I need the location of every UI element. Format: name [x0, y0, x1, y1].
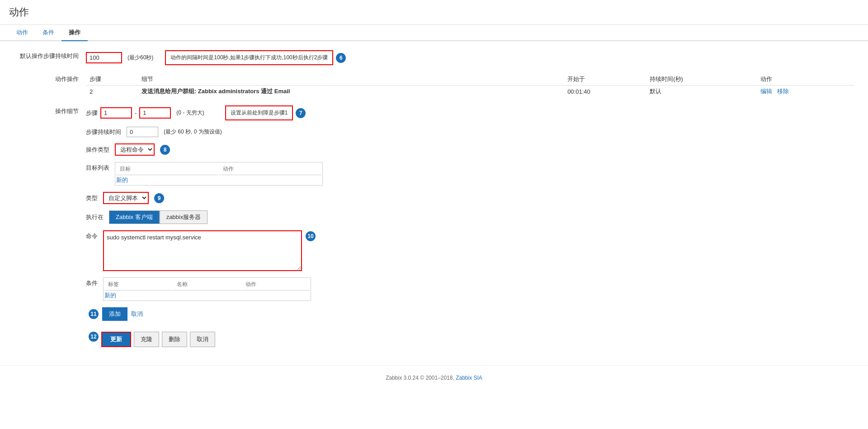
operation-detail-label: 操作细节 [14, 105, 86, 115]
command-area-wrapper: sudo systemctl restart mysql.service 10 [103, 230, 316, 271]
row-step: 2 [86, 86, 138, 98]
default-duration-value: (最少60秒) 动作的间隔时间是100秒,如果1步骤执行下成功,100秒后执行2… [86, 50, 854, 65]
type2-label: 类型 [86, 194, 98, 202]
edit-link[interactable]: 编辑 [760, 88, 772, 95]
default-duration-callout: 动作的间隔时间是100秒,如果1步骤执行下成功,100秒后执行2步骤 [165, 50, 333, 65]
command-textarea[interactable]: sudo systemctl restart mysql.service [103, 230, 302, 271]
conditions-row: 条件 标签 名称 动作 新的 [86, 277, 311, 301]
bottom-buttons: 12 更新 克隆 删除 取消 [14, 332, 854, 347]
cond-col-tag: 标签 [104, 279, 172, 291]
table-row: 2 发送消息给用户群组: Zabbix administrators 通过 Em… [86, 86, 854, 98]
operation-detail-content: 步骤 - (0 - 无穷大) 设置从前处到障是步骤1 7 步骤持续时间 (最少 … [86, 105, 854, 321]
execute-buttons: Zabbix 客户端 zabbix服务器 [109, 210, 208, 224]
tab-conditions[interactable]: 条件 [35, 25, 61, 41]
execute-row: 执行在 Zabbix 客户端 zabbix服务器 [86, 210, 208, 224]
action-operations-table: 步骤 细节 开始于 持续时间(秒) 动作 2 发送消息给用户群组: Zabbix… [86, 73, 854, 97]
row-actions: 编辑 移除 [757, 86, 854, 98]
footer: Zabbix 3.0.24 © 2001–2018, Zabbix SIA [0, 365, 868, 390]
execute-server-btn[interactable]: zabbix服务器 [160, 210, 208, 224]
step-duration-row: 步骤持续时间 (最少 60 秒, 0 为预设值) [86, 127, 222, 137]
target-new-link[interactable]: 新的 [116, 176, 128, 183]
default-duration-badge: 6 [336, 53, 346, 63]
clone-button[interactable]: 克隆 [134, 332, 159, 347]
duration-label: 步骤持续时间 [86, 128, 121, 136]
col-step: 步骤 [86, 73, 138, 86]
default-duration-hint: (最少60秒) [127, 54, 153, 62]
tab-actions[interactable]: 动作 [9, 25, 35, 41]
row-duration: 默认 [646, 86, 757, 98]
execute-client-btn[interactable]: Zabbix 客户端 [109, 210, 160, 224]
execute-label: 执行在 [86, 213, 104, 221]
default-duration-label: 默认操作步骤持续时间 [14, 50, 86, 60]
type-label: 操作类型 [86, 146, 109, 154]
row-start: 00:01:40 [564, 86, 646, 98]
type-select[interactable]: 远程命令 [115, 143, 155, 156]
target-list-row: 目标列表 目标 动作 新的 [86, 162, 323, 186]
cancel-link[interactable]: 取消 [131, 310, 143, 318]
footer-text: Zabbix 3.0.24 © 2001–2018, [386, 375, 454, 381]
add-button[interactable]: 添加 [102, 307, 127, 321]
duration-hint: (最少 60 秒, 0 为预设值) [164, 128, 222, 136]
add-cancel-row: 11 添加 取消 [86, 307, 143, 321]
step-hint: (0 - 无穷大) [176, 109, 204, 117]
target-col-target: 目标 [116, 163, 218, 175]
operation-detail-row: 操作细节 步骤 - (0 - 无穷大) 设置从前处到障是步骤1 7 步骤持续时间… [14, 105, 854, 321]
conditions-table: 标签 名称 动作 新的 [103, 277, 311, 301]
footer-link[interactable]: Zabbix SIA [456, 375, 482, 381]
step-label: 步骤 [86, 109, 98, 117]
command-row: 命令 sudo systemctl restart mysql.service … [86, 230, 316, 271]
target-new-row: 新的 [116, 176, 321, 184]
default-duration-input[interactable] [86, 52, 122, 63]
operation-type-row: 操作类型 远程命令 8 [86, 143, 170, 156]
target-table: 目标 动作 新的 [115, 162, 323, 186]
type2-select[interactable]: 自定义脚本 [103, 192, 149, 204]
action-operations-row: 动作操作 步骤 细节 开始于 持续时间(秒) 动作 2 发送消息给用户群组: Z… [14, 73, 854, 97]
command-badge: 10 [306, 231, 316, 241]
default-duration-row: 默认操作步骤持续时间 (最少60秒) 动作的间隔时间是100秒,如果1步骤执行下… [14, 50, 854, 65]
add-badge: 11 [89, 309, 99, 319]
step-duration-input[interactable] [127, 127, 158, 137]
remove-link[interactable]: 移除 [777, 88, 789, 95]
row-detail: 发送消息给用户群组: Zabbix administrators 通过 Emai… [138, 86, 564, 98]
cond-col-action: 动作 [242, 279, 310, 291]
type2-badge: 9 [154, 193, 164, 203]
target-label: 目标列表 [86, 162, 109, 172]
step-to-input[interactable] [139, 107, 171, 119]
cond-new-row: 新的 [104, 291, 310, 300]
col-duration: 持续时间(秒) [646, 73, 757, 86]
cond-col-name: 名称 [173, 279, 241, 291]
delete-button[interactable]: 删除 [162, 332, 187, 347]
update-badge: 12 [89, 332, 99, 342]
target-new-cell: 新的 [116, 176, 321, 184]
cancel-button[interactable]: 取消 [190, 332, 215, 347]
type2-row: 类型 自定义脚本 9 [86, 192, 164, 204]
col-detail: 细节 [138, 73, 564, 86]
tab-operations[interactable]: 操作 [61, 25, 88, 41]
cond-new-link[interactable]: 新的 [104, 292, 116, 299]
tabs-container: 动作 条件 操作 [0, 25, 868, 41]
step-badge: 7 [296, 108, 306, 118]
col-action: 动作 [757, 73, 854, 86]
action-operations-label: 动作操作 [14, 73, 86, 83]
step-dash: - [135, 110, 137, 116]
command-label: 命令 [86, 230, 98, 240]
steps-row: 步骤 - (0 - 无穷大) 设置从前处到障是步骤1 7 [86, 105, 306, 120]
action-operations-value: 步骤 细节 开始于 持续时间(秒) 动作 2 发送消息给用户群组: Zabbix… [86, 73, 854, 97]
conditions-label: 条件 [86, 277, 98, 287]
page-title: 动作 [0, 0, 868, 25]
step-from-input[interactable] [100, 107, 132, 119]
step-callout: 设置从前处到障是步骤1 [225, 105, 293, 120]
cond-new-cell: 新的 [104, 291, 310, 300]
target-col-action: 动作 [219, 163, 321, 175]
col-start: 开始于 [564, 73, 646, 86]
row-detail-text: 发送消息给用户群组: Zabbix administrators 通过 Emai… [142, 88, 290, 95]
update-button[interactable]: 更新 [101, 332, 131, 347]
main-content: 默认操作步骤持续时间 (最少60秒) 动作的间隔时间是100秒,如果1步骤执行下… [0, 41, 868, 356]
type-badge: 8 [160, 145, 170, 155]
